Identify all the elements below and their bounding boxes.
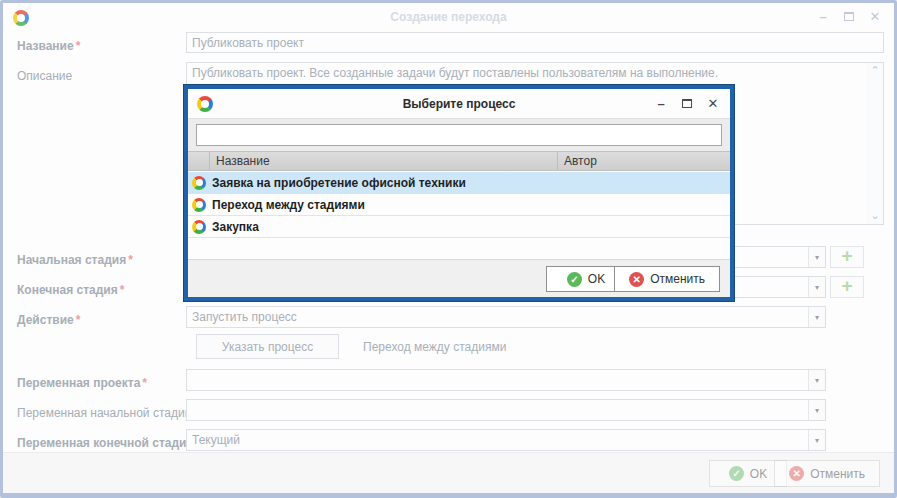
name-column-header[interactable]: Название <box>210 152 558 170</box>
table-row[interactable]: Заявка на приобретение офисной техники <box>188 172 730 194</box>
specify-process-button[interactable]: Указать процесс <box>196 334 339 359</box>
process-icon <box>192 198 206 212</box>
table-header: Название Автор <box>188 151 730 171</box>
selected-process-note: Переход между стадиями <box>363 340 506 354</box>
modal-title: Выберите процесс <box>188 97 730 111</box>
cancel-cross-icon: ✕ <box>789 466 804 481</box>
table-row[interactable]: Закупка <box>188 216 730 238</box>
icon-column-header <box>188 152 210 170</box>
name-input[interactable] <box>186 32 884 53</box>
modal-titlebar: Выберите процесс – ✕ <box>188 89 730 118</box>
select-process-dialog: Выберите процесс – ✕ Название Автор Заяв… <box>184 85 734 301</box>
main-titlebar: Создание перехода – ✕ <box>3 3 894 31</box>
add-end-stage-button[interactable]: + <box>830 276 864 298</box>
close-icon[interactable]: ✕ <box>706 96 720 110</box>
process-search-input[interactable] <box>196 124 722 146</box>
close-icon[interactable]: ✕ <box>868 9 882 23</box>
cancel-cross-icon: ✕ <box>629 272 644 287</box>
main-footer: ✓ OK ✕ Отменить <box>3 452 894 493</box>
cancel-button[interactable]: ✕ Отменить <box>774 460 880 487</box>
modal-cancel-button[interactable]: ✕ Отменить <box>614 266 720 292</box>
start-stage-variable-combo[interactable]: ▾ <box>186 399 826 421</box>
table-row[interactable]: Переход между стадиями <box>188 194 730 216</box>
project-variable-label: Переменная проекта* <box>17 376 147 390</box>
author-column-header[interactable]: Автор <box>558 152 730 170</box>
minimize-icon[interactable]: – <box>654 96 668 110</box>
start-stage-variable-label: Переменная начальной стадии <box>17 406 191 420</box>
project-variable-combo[interactable]: ▾ <box>186 369 826 391</box>
modal-window-controls: – ✕ <box>654 96 720 110</box>
maximize-icon[interactable] <box>842 9 856 23</box>
create-transition-window: Создание перехода – ✕ Название* Описание… <box>0 0 897 498</box>
maximize-icon[interactable] <box>680 96 694 110</box>
end-stage-variable-combo[interactable]: Текущий ▾ <box>186 429 826 451</box>
minimize-icon[interactable]: – <box>816 9 830 23</box>
description-scrollbar[interactable]: ⌃ ⌄ <box>867 63 883 224</box>
search-panel <box>188 118 730 151</box>
end-stage-label: Конечная стадия* <box>17 283 124 297</box>
add-start-stage-button[interactable]: + <box>830 246 864 268</box>
action-label: Действие* <box>17 313 80 327</box>
process-icon <box>192 220 206 234</box>
chevron-down-icon[interactable]: ▾ <box>808 247 825 267</box>
main-window-controls: – ✕ <box>816 9 882 23</box>
scroll-down-icon[interactable]: ⌄ <box>867 208 883 224</box>
chevron-down-icon[interactable]: ▾ <box>808 430 825 450</box>
start-stage-label: Начальная стадия* <box>17 253 133 267</box>
description-label: Описание <box>17 69 72 83</box>
ok-check-icon: ✓ <box>567 272 582 287</box>
modal-footer: ✓ OK ✕ Отменить <box>188 259 730 297</box>
chevron-down-icon[interactable]: ▾ <box>808 370 825 390</box>
ok-check-icon: ✓ <box>729 466 744 481</box>
action-combo[interactable]: Запустить процесс ▾ <box>186 306 826 328</box>
end-stage-variable-label: Переменная конечной стадии* <box>17 436 201 450</box>
chevron-down-icon[interactable]: ▾ <box>808 277 825 297</box>
scroll-up-icon[interactable]: ⌃ <box>867 63 883 79</box>
chevron-down-icon[interactable]: ▾ <box>808 307 825 327</box>
name-label: Название* <box>17 39 80 53</box>
chevron-down-icon[interactable]: ▾ <box>808 400 825 420</box>
main-window-title: Создание перехода <box>3 10 894 24</box>
process-icon <box>192 176 206 190</box>
